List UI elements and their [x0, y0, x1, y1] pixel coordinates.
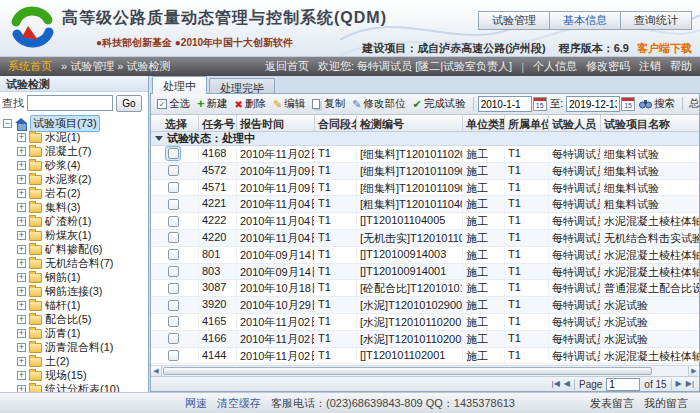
col-unit-type[interactable]: 单位类型: [463, 115, 505, 131]
tree-item-label[interactable]: 水泥浆(2): [45, 172, 91, 187]
row-checkbox[interactable]: [168, 148, 179, 159]
next-page-icon[interactable]: [676, 379, 682, 389]
tree-item[interactable]: 配合比(5): [17, 312, 148, 326]
tab-completed[interactable]: 处理完毕: [209, 78, 275, 94]
group-collapse-icon[interactable]: [155, 136, 163, 141]
edit-button[interactable]: 编辑: [270, 96, 308, 112]
last-page-icon[interactable]: [686, 379, 694, 389]
table-row[interactable]: 4571 2010年11月09日 T1 [细集料]T120101109002 施…: [151, 180, 699, 197]
scroll-left-icon[interactable]: [151, 366, 162, 376]
table-row[interactable]: 4572 2010年11月09日 T1 [细集料]T120101109003 施…: [151, 163, 699, 180]
tree-root-item[interactable]: 试验项目(73): [3, 116, 148, 130]
help-link[interactable]: 帮助: [670, 59, 692, 74]
nav-test-management-button[interactable]: 试验管理: [478, 11, 550, 30]
clear-cache-link[interactable]: 清空缓存: [217, 396, 261, 411]
tree-item[interactable]: 统计分析表(10): [17, 382, 148, 392]
table-row[interactable]: 4168 2010年11月02日 T1 [细集料]T120101102001 施…: [151, 146, 699, 163]
tree-item-label[interactable]: 无机结合料(7): [45, 256, 113, 271]
expand-icon[interactable]: [17, 147, 26, 156]
tree-item-label[interactable]: 沥青(1): [45, 326, 80, 341]
first-page-icon[interactable]: [552, 379, 560, 389]
page-number-input[interactable]: [606, 378, 640, 391]
tree-item-label[interactable]: 集料(3): [45, 200, 80, 215]
row-checkbox[interactable]: [168, 350, 179, 361]
table-row[interactable]: 3087 2010年10月18日 T1 [砼配合比]T120101018001 …: [151, 280, 699, 297]
delete-button[interactable]: 删除: [232, 96, 269, 112]
nav-query-stats-button[interactable]: 查询统计: [620, 11, 692, 30]
expand-icon[interactable]: [17, 273, 26, 282]
expand-icon[interactable]: [17, 385, 26, 393]
row-checkbox[interactable]: [168, 300, 179, 311]
expand-icon[interactable]: [17, 133, 26, 142]
new-button[interactable]: 新建: [194, 96, 231, 112]
tree-item-label[interactable]: 锚杆(1): [45, 298, 80, 313]
col-person[interactable]: 试验人员: [549, 115, 601, 131]
nav-basic-info-button[interactable]: 基本信息: [549, 11, 621, 30]
tree-item[interactable]: 钢筋连接(3): [17, 284, 148, 298]
table-row[interactable]: 4221 2010年11月04日 T1 [粗集料]T120101104001 施…: [151, 196, 699, 213]
client-download-link[interactable]: 客户端下载: [637, 42, 692, 54]
date-from-input[interactable]: [478, 96, 532, 112]
expand-icon[interactable]: [17, 371, 26, 380]
row-checkbox[interactable]: [168, 216, 179, 227]
row-checkbox[interactable]: [168, 165, 179, 176]
tree-item[interactable]: 现场(15): [17, 368, 148, 382]
finish-test-button[interactable]: 完成试验: [409, 96, 468, 112]
tree-item-label[interactable]: 配合比(5): [45, 312, 91, 327]
net-speed-link[interactable]: 网速: [185, 396, 207, 411]
table-row[interactable]: 4220 2010年11月04日 T1 [无机击实]T120101104001 …: [151, 230, 699, 247]
horizontal-scrollbar[interactable]: [151, 365, 699, 376]
expand-icon[interactable]: [17, 217, 26, 226]
col-date[interactable]: 报告时间: [237, 115, 315, 131]
profile-link[interactable]: 个人信息: [533, 59, 577, 74]
search-button[interactable]: 搜索: [636, 96, 678, 112]
expand-icon[interactable]: [17, 301, 26, 310]
table-row[interactable]: 4166 2010年11月02日 T1 [水泥]T120101102002 施工…: [151, 331, 699, 348]
calendar-icon[interactable]: [621, 97, 635, 111]
tree-item[interactable]: 沥青混合料(1): [17, 340, 148, 354]
expand-icon[interactable]: [17, 357, 26, 366]
back-home-link[interactable]: 返回首页: [265, 59, 309, 74]
tree-item-label[interactable]: 统计分析表(10): [45, 382, 120, 393]
go-button[interactable]: Go: [116, 95, 142, 112]
tree-item-label[interactable]: 钢筋连接(3): [45, 284, 102, 299]
expand-icon[interactable]: [17, 259, 26, 268]
row-checkbox[interactable]: [168, 316, 179, 327]
calendar-icon[interactable]: [533, 97, 547, 111]
expand-icon[interactable]: [17, 161, 26, 170]
tree-item[interactable]: 粉煤灰(1): [17, 228, 148, 242]
tree-item[interactable]: 无机结合料(7): [17, 256, 148, 270]
col-unit[interactable]: 所属单位: [505, 115, 549, 131]
modify-part-button[interactable]: 修改部位: [349, 96, 408, 112]
tree-item[interactable]: 水泥浆(2): [17, 172, 148, 186]
expand-icon[interactable]: [17, 189, 26, 198]
expand-icon[interactable]: [17, 343, 26, 352]
tree-item[interactable]: 砂浆(4): [17, 158, 148, 172]
scrollbar-thumb[interactable]: [163, 367, 652, 375]
col-code[interactable]: 检测编号: [357, 115, 463, 131]
date-to-input[interactable]: [566, 96, 620, 112]
col-contract[interactable]: 合同段名称: [315, 115, 357, 131]
expand-icon[interactable]: [17, 231, 26, 240]
table-row[interactable]: 3920 2010年10月29日 T1 [水泥]T120101029009 施工…: [151, 297, 699, 314]
scrollbar-track[interactable]: [162, 366, 688, 376]
breadcrumb-home[interactable]: 系统首页: [8, 59, 52, 74]
row-checkbox[interactable]: [168, 266, 179, 277]
prev-page-icon[interactable]: [564, 379, 570, 389]
tree-item-label[interactable]: 水泥(1): [45, 130, 80, 145]
tree-item[interactable]: 钢筋(1): [17, 270, 148, 284]
tree-item[interactable]: 岩石(2): [17, 186, 148, 200]
row-checkbox[interactable]: [168, 333, 179, 344]
tree-item[interactable]: 水泥(1): [17, 130, 148, 144]
tab-processing[interactable]: 处理中: [152, 76, 207, 94]
table-row[interactable]: 4144 2010年11月02日 T1 []T120101102001 施工 T…: [151, 348, 699, 365]
select-all-button[interactable]: 全选: [154, 96, 193, 112]
logout-link[interactable]: 注销: [639, 59, 661, 74]
tree-item-label[interactable]: 土(2): [45, 354, 69, 369]
collapse-icon[interactable]: [3, 119, 12, 128]
scroll-right-icon[interactable]: [688, 366, 699, 376]
expand-icon[interactable]: [17, 175, 26, 184]
tree-item[interactable]: 沥青(1): [17, 326, 148, 340]
group-row[interactable]: 试验状态：处理中: [151, 132, 699, 146]
row-checkbox[interactable]: [168, 283, 179, 294]
